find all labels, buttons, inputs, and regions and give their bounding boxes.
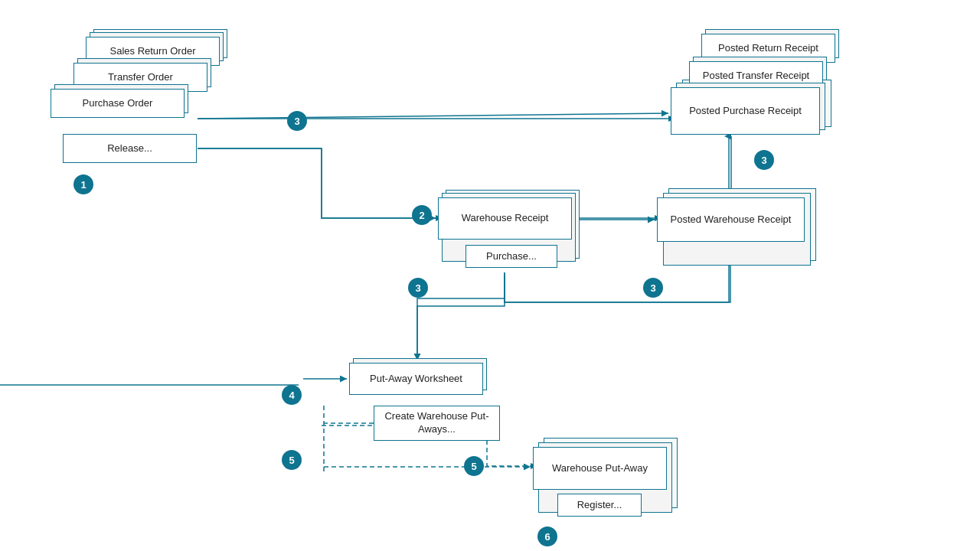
step-badge-5a: 5 xyxy=(282,450,302,470)
warehouse-receipt: Warehouse Receipt xyxy=(438,197,572,240)
posted-warehouse-receipt-label: Posted Warehouse Receipt xyxy=(671,214,792,227)
step-badge-2: 2 xyxy=(412,205,432,225)
step-badge-4: 4 xyxy=(282,385,302,405)
badge-2-label: 2 xyxy=(419,210,424,221)
badge-3a-label: 3 xyxy=(294,116,299,127)
transfer-order-label: Transfer Order xyxy=(108,71,173,84)
register-label: Register... xyxy=(577,499,622,512)
badge-1-label: 1 xyxy=(80,179,86,191)
svg-line-13 xyxy=(198,113,668,119)
badge-3b-label: 3 xyxy=(761,155,766,166)
release-box: Release... xyxy=(63,134,197,163)
create-warehouse-put-aways-label: Create Warehouse Put-Aways... xyxy=(382,410,492,436)
purchase-order: Purchase Order xyxy=(51,89,185,118)
warehouse-receipt-label: Warehouse Receipt xyxy=(462,212,549,225)
register-sub-box: Register... xyxy=(557,494,642,517)
step-badge-5b: 5 xyxy=(464,456,484,476)
purchase-label: Purchase... xyxy=(486,250,537,263)
warehouse-put-away-label: Warehouse Put-Away xyxy=(552,462,648,475)
badge-3c-label: 3 xyxy=(415,282,420,294)
warehouse-put-away: Warehouse Put-Away xyxy=(533,447,667,490)
step-badge-3c: 3 xyxy=(408,278,428,298)
badge-4-label: 4 xyxy=(289,390,294,401)
release-label: Release... xyxy=(107,142,152,155)
step-badge-3a: 3 xyxy=(287,111,307,131)
diagram: Sales Return Order Transfer Order Purcha… xyxy=(0,0,980,551)
step-badge-3b: 3 xyxy=(754,150,774,170)
badge-5b-label: 5 xyxy=(471,461,476,472)
purchase-sub-box: Purchase... xyxy=(466,245,557,268)
posted-purchase-receipt: Posted Purchase Receipt xyxy=(671,87,820,135)
purchase-order-label: Purchase Order xyxy=(83,97,153,110)
posted-purchase-receipt-label: Posted Purchase Receipt xyxy=(689,105,802,118)
posted-transfer-receipt-label: Posted Transfer Receipt xyxy=(703,70,809,83)
step-badge-1: 1 xyxy=(74,174,93,194)
step-badge-6: 6 xyxy=(537,527,557,546)
step-badge-3d: 3 xyxy=(643,278,663,298)
put-away-worksheet-label: Put-Away Worksheet xyxy=(370,373,462,386)
posted-return-receipt-label: Posted Return Receipt xyxy=(718,42,818,55)
badge-5a-label: 5 xyxy=(289,455,294,466)
sales-return-order-label: Sales Return Order xyxy=(110,45,196,58)
put-away-worksheet: Put-Away Worksheet xyxy=(349,363,483,395)
posted-warehouse-receipt: Posted Warehouse Receipt xyxy=(657,197,805,242)
badge-6-label: 6 xyxy=(544,531,550,543)
create-warehouse-put-aways: Create Warehouse Put-Aways... xyxy=(374,406,500,441)
badge-3d-label: 3 xyxy=(650,282,655,294)
